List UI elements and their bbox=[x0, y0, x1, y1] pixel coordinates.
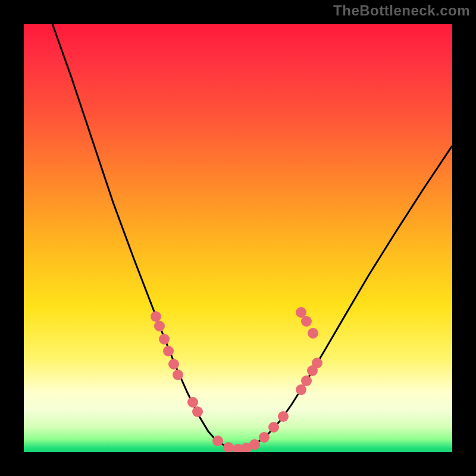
data-dot bbox=[151, 311, 161, 322]
data-dot bbox=[259, 432, 270, 443]
data-dot bbox=[301, 316, 312, 327]
data-dot bbox=[296, 307, 306, 318]
data-dot bbox=[278, 411, 289, 422]
data-dot bbox=[168, 359, 179, 369]
watermark-text: TheBottleneck.com bbox=[333, 2, 470, 19]
data-dot bbox=[187, 397, 198, 408]
data-dot bbox=[223, 442, 234, 452]
curve-dots bbox=[151, 307, 322, 452]
data-dot bbox=[296, 384, 306, 395]
data-dot bbox=[163, 346, 174, 356]
data-dot bbox=[212, 436, 223, 446]
data-dot bbox=[308, 328, 318, 339]
data-dot bbox=[312, 358, 322, 368]
data-dot bbox=[173, 369, 183, 380]
data-dot bbox=[249, 439, 260, 450]
data-dot bbox=[192, 406, 203, 417]
data-dot bbox=[268, 422, 279, 433]
data-dot bbox=[159, 334, 170, 345]
chart-frame: TheBottleneck.com bbox=[0, 0, 476, 476]
curve-svg bbox=[24, 24, 452, 452]
data-dot bbox=[301, 375, 312, 386]
bottleneck-curve bbox=[52, 24, 452, 449]
plot-area bbox=[24, 24, 452, 452]
data-dot bbox=[154, 321, 165, 331]
